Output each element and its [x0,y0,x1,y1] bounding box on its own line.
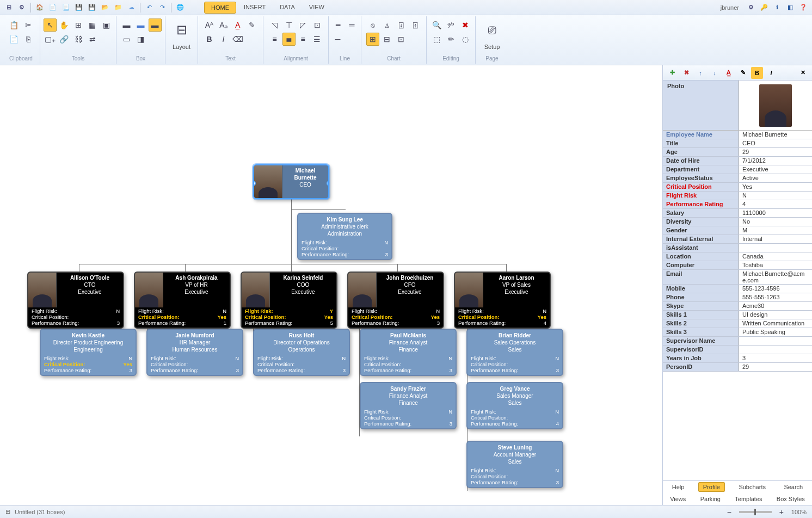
link-icon[interactable]: 🔗 [58,33,71,46]
italic-icon[interactable]: I [217,33,230,46]
profile-row[interactable]: GenderM [663,226,812,235]
tab-home[interactable]: HOME [204,2,236,14]
cloud-icon[interactable]: ☁ [126,2,137,13]
node-cfo[interactable]: John BroekhuizenCFOExecutiveFlight Risk:… [347,272,444,329]
chart-flow-icon[interactable]: ⍋ [380,18,393,32]
italic2-icon[interactable]: I [765,67,777,79]
profile-row[interactable]: SupervisorID [663,346,812,354]
box-style3-icon[interactable]: ▬ [149,18,162,32]
profile-row[interactable]: ComputerToshiba [663,261,812,270]
profile-row[interactable]: Performance Rating4 [663,200,812,209]
unlink-icon[interactable]: ⛓ [72,33,85,46]
save-as-icon[interactable]: 💾 [87,2,97,13]
profile-row[interactable]: Phone555-555-1263 [663,293,812,302]
page-setup-icon[interactable]: ⎚ [481,18,503,41]
undo-icon[interactable]: ↶ [144,2,155,13]
dup-icon[interactable]: ⎘ [22,33,35,46]
home-icon[interactable]: 🏠 [34,2,45,13]
chart-canvas[interactable]: Michael Burnette CEO Kim Sung Lee Admini… [0,65,662,505]
resize-handle[interactable] [327,181,329,186]
profile-row[interactable]: Age29 [663,148,812,157]
node-janie[interactable]: Janie MumfordHR ManagerHuman ResourcesFl… [146,329,243,376]
highlight2-icon[interactable]: ✎ [737,67,749,79]
paste-icon[interactable]: 📋 [8,18,21,32]
sidetab-parking[interactable]: Parking [696,495,725,503]
profile-row[interactable]: DiversityNo [663,218,812,226]
sidetab-subcharts[interactable]: Subcharts [734,483,770,491]
open-folder-icon[interactable]: 📁 [113,2,124,13]
node-vphr[interactable]: Ash GorakpiraiaVP of HRExecutiveFlight R… [134,272,231,329]
profile-row[interactable]: Years in Job3 [663,354,812,363]
chart-cascade-icon[interactable]: ⍗ [395,18,408,32]
bold-icon[interactable]: B [203,33,216,46]
border-icon[interactable]: ▭ [120,33,133,46]
node-sandy[interactable]: Sandy FrazierFinance AnalystFinanceFligh… [360,382,457,429]
move-up-icon[interactable]: ↑ [694,67,706,79]
profile-row[interactable]: DepartmentExecutive [663,165,812,174]
align-tl-icon[interactable]: ◹ [268,18,281,32]
new-sheet-icon[interactable]: 📃 [60,2,71,13]
node-paul[interactable]: Paul McManisFinance AnalystFinanceFlight… [360,329,457,376]
profile-row[interactable]: Salary1110000 [663,209,812,218]
zoom-slider[interactable] [739,511,772,513]
profile-row[interactable]: Skills 3Public Speaking [663,328,812,337]
close-panel-icon[interactable]: ✕ [797,67,809,79]
node-cto[interactable]: Allison O'TooleCTOExecutiveFlight Risk:N… [27,272,124,329]
profile-row[interactable]: Employee NameMichael Burnette [663,131,812,139]
redo-icon[interactable]: ↷ [157,2,168,13]
profile-row[interactable]: Skills 2Written Communication [663,319,812,328]
profile-row[interactable]: Skills 1UI design [663,311,812,319]
line-style3-icon[interactable]: ─ [331,33,345,46]
help-icon[interactable]: ❓ [798,2,809,13]
node-brian[interactable]: Brian RidderSales OperationsSalesFlight … [466,329,563,376]
align-ex-icon[interactable]: ⊡ [311,18,324,32]
node-russ[interactable]: Russ HoltDirecotor of OperationsOperatio… [253,329,350,376]
align-tr-icon[interactable]: ◸ [297,18,310,32]
remove-icon[interactable]: ✖ [680,67,692,79]
shadow-icon[interactable]: ◨ [134,33,147,46]
line-style2-icon[interactable]: ═ [346,18,359,32]
info-icon[interactable]: ℹ [772,2,783,13]
chart-layout-icon[interactable]: ⍐ [409,18,422,32]
chart-style3-icon[interactable]: ⊡ [395,33,408,46]
new-file-icon[interactable]: 📄 [47,2,58,13]
open-icon[interactable]: 📂 [100,2,110,13]
erase-icon[interactable]: ◌ [459,33,472,46]
layout-icon[interactable]: ⊟ [170,18,193,41]
zoom-in-icon[interactable]: + [775,505,788,519]
chart-style2-icon[interactable]: ⊟ [380,33,393,46]
sidetab-profile[interactable]: Profile [698,482,725,492]
cut-icon[interactable]: ✂ [22,18,35,32]
align-l-icon[interactable]: ≡ [268,33,281,46]
add-box-icon[interactable]: ▢₊ [44,33,57,46]
profile-row[interactable]: Mobile555-123-4596 [663,285,812,293]
line-style1-icon[interactable]: ━ [331,18,345,32]
group-icon[interactable]: ▣ [100,18,113,32]
box-style1-icon[interactable]: ▬ [120,18,133,32]
node-coo[interactable]: Karina SeinfeldCOOExecutiveFlight Risk:Y… [241,272,337,329]
delete-icon[interactable]: ✖ [459,18,472,32]
node-greg[interactable]: Greg VanceSales ManagerSalesFlight Risk:… [466,382,563,429]
text-color-icon[interactable]: A̲ [723,67,735,79]
app-icon[interactable]: ⊞ [3,2,14,13]
align-c-icon[interactable]: ≣ [282,33,296,46]
align-tc-icon[interactable]: ⊤ [282,18,296,32]
wizard-icon[interactable]: ⚙ [16,2,27,13]
font-decrease-icon[interactable]: Aₐ [217,18,230,32]
select-all-icon[interactable]: ⬚ [430,33,444,46]
profile-row[interactable]: TitleCEO [663,139,812,148]
profile-row[interactable]: PersonID29 [663,363,812,372]
tab-insert[interactable]: INSERT [237,2,272,14]
profile-row[interactable]: isAssistant [663,244,812,252]
pan-icon[interactable]: ✋ [58,18,71,32]
profile-row[interactable]: EmployeeStatusActive [663,174,812,183]
chart-tree-icon[interactable]: ⍉ [366,18,379,32]
chart-style1-icon[interactable]: ⊞ [366,33,379,46]
profile-row[interactable]: Supervisor Name [663,337,812,346]
tab-data[interactable]: DATA [273,2,302,14]
align-r-icon[interactable]: ≡ [297,33,310,46]
node-vps[interactable]: Aaron LarsonVP of SalesExecutiveFlight R… [454,272,551,329]
align-j-icon[interactable]: ☰ [311,33,324,46]
font-color-icon[interactable]: A̲ [231,18,244,32]
key-icon[interactable]: 🔑 [759,2,770,13]
